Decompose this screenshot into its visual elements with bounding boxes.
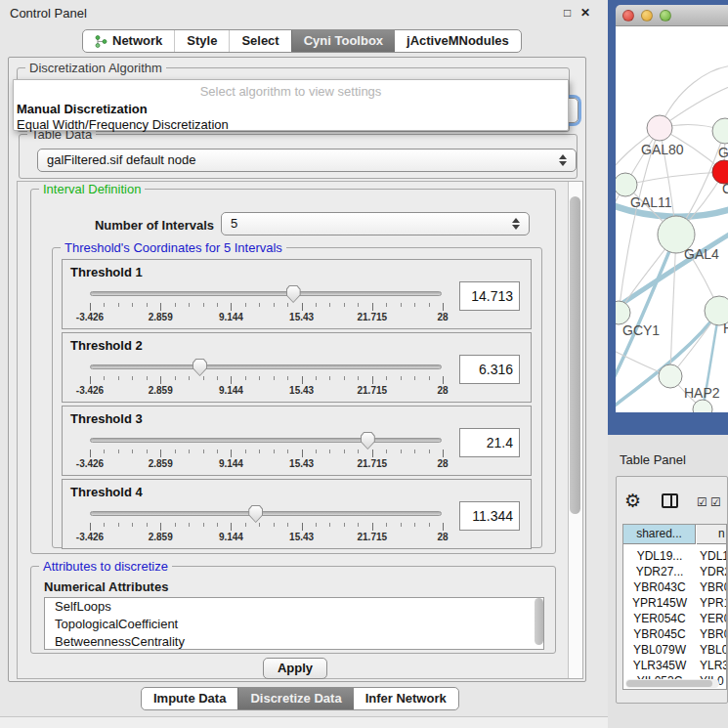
node-attribute-table[interactable]: shared... n YDL19...YDL1 YDR27...YDR2 YB…	[622, 524, 727, 690]
node-label: HAP2	[684, 385, 720, 401]
number-of-intervals-spinner[interactable]: 5	[221, 212, 530, 236]
node-label: GAL80	[641, 142, 684, 157]
bottom-tab-bar: Impute Data Discretize Data Infer Networ…	[141, 687, 459, 710]
horizontal-scrollbar[interactable]	[625, 679, 719, 688]
threshold-1-value-field[interactable]: 14.713	[459, 281, 520, 311]
node-gcy1[interactable]	[616, 301, 630, 324]
slider-ticks	[90, 523, 443, 532]
split-columns-icon[interactable]	[662, 493, 678, 508]
number-of-intervals-label: Number of Intervals	[69, 218, 214, 233]
apply-button[interactable]: Apply	[263, 658, 327, 679]
node-gal80[interactable]	[647, 115, 672, 141]
tab-infer-network[interactable]: Infer Network	[354, 688, 458, 709]
checkbox-icon[interactable]: ☑	[697, 495, 707, 509]
numerical-attributes-list[interactable]: SelfLoops TopologicalCoefficient Between…	[44, 597, 544, 650]
tab-discretize-data[interactable]: Discretize Data	[237, 688, 353, 709]
network-view-window: GAL80 G GAL11 C GAL4 GCY1 H HAP2	[608, 0, 728, 435]
combo-arrows-icon	[559, 154, 567, 166]
threshold-2-value-field[interactable]: 6.316	[459, 355, 520, 384]
popup-item-manual-discretization[interactable]: Manual Discretization	[17, 102, 148, 116]
table-row[interactable]: YBR043CYBR0	[623, 579, 727, 595]
node[interactable]	[693, 400, 712, 412]
tab-jactivemnodules[interactable]: jActiveMNodules	[395, 30, 521, 52]
table-panel: ⚙ ☑ ☑ shared... n YDL19...YDL1 YDR27...Y…	[616, 476, 728, 704]
table-row[interactable]: YPR145WYPR1	[623, 595, 727, 611]
network-window-titlebar[interactable]	[616, 5, 728, 26]
table-row[interactable]: YBR045CYBR0	[623, 626, 727, 642]
node-label: GCY1	[622, 322, 660, 338]
algorithm-dropdown-popup: Select algorithm to view settings Manual…	[13, 79, 569, 131]
list-item[interactable]: TopologicalCoefficient	[45, 616, 543, 633]
threshold-1-slider[interactable]	[90, 291, 442, 296]
group-label: Threshold's Coordinates for 5 Intervals	[61, 240, 286, 255]
group-label: Discretization Algorithm	[25, 61, 166, 75]
node-gal11[interactable]	[616, 173, 637, 196]
top-tab-bar: Network Style Select Cyni Toolbox jActiv…	[82, 29, 522, 53]
slider-ticks	[90, 450, 443, 458]
slider-thumb[interactable]	[361, 432, 375, 450]
table-row[interactable]: YBL079WYBL0	[623, 642, 727, 658]
vertical-scrollbar-thumb[interactable]	[570, 196, 580, 514]
node[interactable]	[712, 118, 728, 144]
threshold-2-panel: Threshold 2 -3.4262.8599.14415.4321.7152…	[62, 332, 532, 403]
network-icon	[95, 35, 107, 48]
threshold-4-value-field[interactable]: 11.344	[459, 501, 520, 531]
table-data-group: Table Data galFiltered.sif default node	[19, 134, 578, 179]
gear-icon[interactable]: ⚙	[624, 490, 641, 512]
column-header-name[interactable]: n	[697, 525, 727, 544]
right-panel: GAL80 G GAL11 C GAL4 GCY1 H HAP2 Table P…	[608, 0, 728, 728]
checkbox-icon[interactable]: ☑	[710, 495, 721, 509]
column-header-shared-name[interactable]: shared...	[623, 525, 696, 544]
threshold-1-panel: Threshold 1 -3.4262.8599.14415.4321.7152…	[62, 259, 532, 329]
cyni-toolbox-panel: Discretization Algorithm Select algorith…	[8, 57, 586, 682]
slider-thumb[interactable]	[286, 285, 301, 303]
tab-select[interactable]: Select	[229, 30, 290, 52]
horizontal-scrollbar-thumb[interactable]	[626, 680, 712, 687]
table-row[interactable]: YLR345WYLR3	[623, 658, 727, 673]
table-data-combobox[interactable]: galFiltered.sif default node	[37, 149, 577, 172]
slider-ticks	[90, 303, 443, 312]
slider-ticks	[90, 376, 443, 385]
list-scrollbar-thumb[interactable]	[535, 598, 543, 645]
numerical-attributes-label: Numerical Attributes	[44, 579, 168, 594]
node-label: H	[723, 321, 728, 336]
node-label: GAL4	[684, 246, 719, 262]
threshold-2-slider[interactable]	[90, 364, 442, 369]
threshold-4-slider[interactable]	[90, 511, 442, 516]
list-item[interactable]: BetweennessCentrality	[45, 633, 543, 650]
tab-style[interactable]: Style	[174, 30, 229, 52]
table-row[interactable]: YER054CYER0	[623, 611, 727, 626]
close-icon[interactable]: ✕	[580, 6, 590, 20]
popup-hint-item[interactable]: Select algorithm to view settings	[14, 84, 568, 99]
network-canvas[interactable]: GAL80 G GAL11 C GAL4 GCY1 H HAP2	[616, 26, 728, 412]
table-row[interactable]: YDL19...YDL1	[623, 548, 727, 564]
threshold-3-slider[interactable]	[90, 438, 442, 443]
node-hap2[interactable]	[659, 364, 682, 388]
threshold-3-value-field[interactable]: 21.4	[459, 428, 520, 457]
spinner-arrows-icon	[512, 218, 520, 230]
threshold-4-panel: Threshold 4 -3.4262.8599.14415.4321.7152…	[62, 479, 532, 549]
list-item[interactable]: SelfLoops	[45, 598, 543, 616]
tab-impute-data[interactable]: Impute Data	[142, 688, 237, 709]
node-label: C	[722, 181, 728, 196]
zoom-traffic-light-icon[interactable]	[660, 10, 671, 21]
group-label: Interval Definition	[39, 182, 145, 196]
table-panel-title: Table Panel	[620, 452, 686, 467]
node-label: G	[718, 145, 728, 160]
control-panel: Control Panel □ ✕ Network Style Select C…	[0, 0, 608, 728]
panel-title: Control Panel	[10, 6, 87, 21]
popup-item-equal-width-frequency[interactable]: Equal Width/Frequency Discretization	[17, 117, 229, 132]
tab-cyni-toolbox[interactable]: Cyni Toolbox	[291, 30, 395, 52]
minimize-traffic-light-icon[interactable]	[641, 10, 653, 21]
table-row[interactable]: YDR27...YDR2	[623, 564, 727, 579]
close-traffic-light-icon[interactable]	[622, 10, 634, 21]
node-label: GAL11	[630, 194, 672, 210]
float-icon[interactable]: □	[564, 6, 571, 20]
network-graph: GAL80 G GAL11 C GAL4 GCY1 H HAP2	[616, 26, 728, 412]
slider-thumb[interactable]	[193, 359, 207, 376]
group-label: Attributes to discretize	[39, 559, 172, 574]
bottom-strip	[0, 716, 608, 728]
slider-thumb[interactable]	[248, 505, 263, 523]
tab-network[interactable]: Network	[83, 30, 174, 52]
threshold-3-panel: Threshold 3 -3.4262.8599.14415.4321.7152…	[62, 406, 532, 476]
